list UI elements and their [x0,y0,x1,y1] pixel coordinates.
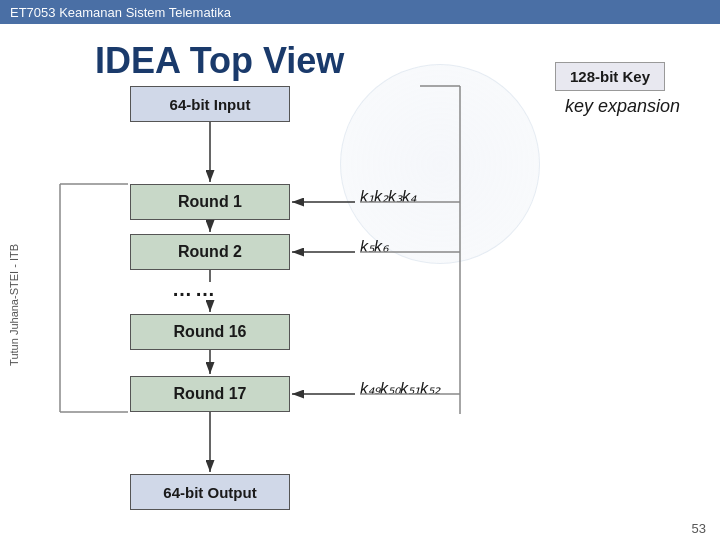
key-expansion-label: key expansion [565,96,680,117]
round-2-box: Round 2 [130,234,290,270]
side-label: Tutun Juhana-STEI - ITB [8,244,20,366]
page-title: IDEA Top View [95,40,344,82]
ellipsis: …… [172,278,218,301]
input-box: 64-bit Input [130,86,290,122]
round-16-box: Round 16 [130,314,290,350]
round-1-box: Round 1 [130,184,290,220]
page-number: 53 [692,521,706,536]
key-label-k56: k₅k₆ [360,237,388,256]
output-box: 64-bit Output [130,474,290,510]
watermark [340,64,540,264]
topbar-label: ET7053 Keamanan Sistem Telematika [10,5,231,20]
key-label-k1234: k₁k₂k₃k₄ [360,187,416,206]
top-bar: ET7053 Keamanan Sistem Telematika [0,0,720,24]
round-17-box: Round 17 [130,376,290,412]
key-label-k4952: k₄₉k₅₀k₅₁k₅₂ [360,379,440,398]
key-box: 128-bit Key [555,62,665,91]
main-content: IDEA Top View 128-bit Key key expansion … [0,24,720,540]
